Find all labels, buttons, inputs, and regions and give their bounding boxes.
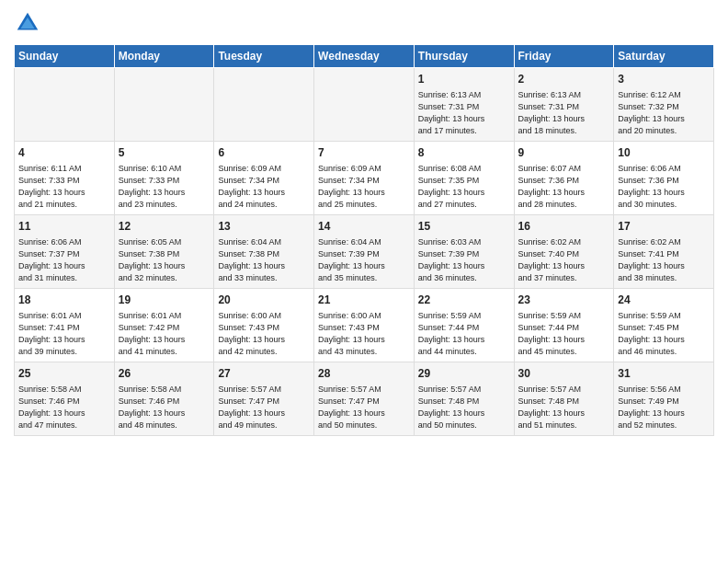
day-number: 9: [518, 145, 610, 161]
cell-info: Sunrise: 6:07 AM Sunset: 7:36 PM Dayligh…: [518, 163, 610, 211]
cell-info: Sunrise: 6:03 AM Sunset: 7:39 PM Dayligh…: [418, 236, 510, 284]
day-number: 10: [618, 145, 710, 161]
day-number: 22: [418, 293, 510, 308]
calendar-cell: [114, 68, 214, 142]
day-header-tuesday: Tuesday: [214, 45, 314, 68]
day-header-monday: Monday: [114, 45, 214, 68]
cell-info: Sunrise: 6:09 AM Sunset: 7:34 PM Dayligh…: [318, 163, 410, 211]
cell-info: Sunrise: 5:57 AM Sunset: 7:47 PM Dayligh…: [218, 384, 310, 431]
calendar-cell: 6Sunrise: 6:09 AM Sunset: 7:34 PM Daylig…: [214, 141, 314, 214]
calendar-cell: 1Sunrise: 6:13 AM Sunset: 7:31 PM Daylig…: [414, 68, 514, 142]
calendar-cell: 3Sunrise: 6:12 AM Sunset: 7:32 PM Daylig…: [614, 68, 714, 142]
cell-info: Sunrise: 5:59 AM Sunset: 7:45 PM Dayligh…: [618, 310, 710, 358]
week-row-5: 25Sunrise: 5:58 AM Sunset: 7:46 PM Dayli…: [15, 362, 714, 435]
calendar-cell: 16Sunrise: 6:02 AM Sunset: 7:40 PM Dayli…: [514, 214, 614, 288]
cell-info: Sunrise: 5:58 AM Sunset: 7:46 PM Dayligh…: [119, 384, 210, 431]
day-header-sunday: Sunday: [15, 45, 115, 68]
cell-info: Sunrise: 6:06 AM Sunset: 7:37 PM Dayligh…: [18, 236, 110, 284]
cell-info: Sunrise: 6:13 AM Sunset: 7:31 PM Dayligh…: [518, 89, 610, 137]
day-header-thursday: Thursday: [414, 45, 514, 68]
cell-info: Sunrise: 6:11 AM Sunset: 7:33 PM Dayligh…: [18, 163, 110, 211]
calendar-table: SundayMondayTuesdayWednesdayThursdayFrid…: [14, 44, 714, 436]
cell-info: Sunrise: 5:59 AM Sunset: 7:44 PM Dayligh…: [518, 310, 610, 358]
day-number: 27: [218, 366, 310, 382]
day-number: 29: [418, 366, 510, 382]
header-row: SundayMondayTuesdayWednesdayThursdayFrid…: [15, 45, 714, 68]
cell-info: Sunrise: 6:08 AM Sunset: 7:35 PM Dayligh…: [418, 163, 510, 211]
calendar-cell: 30Sunrise: 5:57 AM Sunset: 7:48 PM Dayli…: [514, 362, 614, 435]
day-number: 28: [318, 366, 410, 382]
day-number: 21: [318, 293, 410, 308]
cell-info: Sunrise: 5:57 AM Sunset: 7:48 PM Dayligh…: [418, 384, 510, 431]
calendar-cell: 23Sunrise: 5:59 AM Sunset: 7:44 PM Dayli…: [514, 288, 614, 362]
cell-info: Sunrise: 6:00 AM Sunset: 7:43 PM Dayligh…: [318, 310, 410, 358]
calendar-cell: [314, 68, 415, 142]
week-row-3: 11Sunrise: 6:06 AM Sunset: 7:37 PM Dayli…: [15, 214, 714, 288]
calendar-cell: [214, 68, 314, 142]
cell-info: Sunrise: 6:02 AM Sunset: 7:41 PM Dayligh…: [618, 236, 710, 284]
calendar-cell: 18Sunrise: 6:01 AM Sunset: 7:41 PM Dayli…: [15, 288, 115, 362]
cell-info: Sunrise: 6:04 AM Sunset: 7:38 PM Dayligh…: [218, 236, 310, 284]
calendar-cell: 9Sunrise: 6:07 AM Sunset: 7:36 PM Daylig…: [514, 141, 614, 214]
calendar-cell: 22Sunrise: 5:59 AM Sunset: 7:44 PM Dayli…: [414, 288, 514, 362]
calendar-cell: 2Sunrise: 6:13 AM Sunset: 7:31 PM Daylig…: [514, 68, 614, 142]
day-number: 14: [318, 219, 410, 235]
day-number: 3: [618, 72, 710, 87]
cell-info: Sunrise: 6:09 AM Sunset: 7:34 PM Dayligh…: [218, 163, 310, 211]
cell-info: Sunrise: 5:57 AM Sunset: 7:47 PM Dayligh…: [318, 384, 410, 431]
day-number: 5: [119, 145, 210, 161]
header: [14, 9, 714, 37]
cell-info: Sunrise: 5:59 AM Sunset: 7:44 PM Dayligh…: [418, 310, 510, 358]
day-header-friday: Friday: [514, 45, 614, 68]
day-number: 4: [18, 145, 110, 161]
day-number: 25: [18, 366, 110, 382]
calendar-cell: 13Sunrise: 6:04 AM Sunset: 7:38 PM Dayli…: [214, 214, 314, 288]
cell-info: Sunrise: 6:01 AM Sunset: 7:41 PM Dayligh…: [18, 310, 110, 358]
calendar-cell: 15Sunrise: 6:03 AM Sunset: 7:39 PM Dayli…: [414, 214, 514, 288]
logo: [14, 9, 45, 37]
cell-info: Sunrise: 6:04 AM Sunset: 7:39 PM Dayligh…: [318, 236, 410, 284]
cell-info: Sunrise: 6:00 AM Sunset: 7:43 PM Dayligh…: [218, 310, 310, 358]
day-number: 23: [518, 293, 610, 308]
day-number: 24: [618, 293, 710, 308]
calendar-cell: 20Sunrise: 6:00 AM Sunset: 7:43 PM Dayli…: [214, 288, 314, 362]
calendar-cell: 5Sunrise: 6:10 AM Sunset: 7:33 PM Daylig…: [114, 141, 214, 214]
calendar-cell: 24Sunrise: 5:59 AM Sunset: 7:45 PM Dayli…: [614, 288, 714, 362]
week-row-4: 18Sunrise: 6:01 AM Sunset: 7:41 PM Dayli…: [15, 288, 714, 362]
calendar-cell: 10Sunrise: 6:06 AM Sunset: 7:36 PM Dayli…: [614, 141, 714, 214]
day-number: 7: [318, 145, 410, 161]
day-header-wednesday: Wednesday: [314, 45, 415, 68]
day-number: 13: [218, 219, 310, 235]
day-number: 31: [618, 366, 710, 382]
calendar-cell: 8Sunrise: 6:08 AM Sunset: 7:35 PM Daylig…: [414, 141, 514, 214]
day-number: 16: [518, 219, 610, 235]
cell-info: Sunrise: 5:56 AM Sunset: 7:49 PM Dayligh…: [618, 384, 710, 431]
logo-icon: [14, 9, 41, 37]
cell-info: Sunrise: 5:57 AM Sunset: 7:48 PM Dayligh…: [518, 384, 610, 431]
day-number: 2: [518, 72, 610, 87]
day-number: 19: [119, 293, 210, 308]
cell-info: Sunrise: 6:12 AM Sunset: 7:32 PM Dayligh…: [618, 89, 710, 137]
cell-info: Sunrise: 5:58 AM Sunset: 7:46 PM Dayligh…: [18, 384, 110, 431]
calendar-cell: 4Sunrise: 6:11 AM Sunset: 7:33 PM Daylig…: [15, 141, 115, 214]
cell-info: Sunrise: 6:10 AM Sunset: 7:33 PM Dayligh…: [119, 163, 210, 211]
calendar-cell: 31Sunrise: 5:56 AM Sunset: 7:49 PM Dayli…: [614, 362, 714, 435]
day-number: 17: [618, 219, 710, 235]
calendar-cell: 27Sunrise: 5:57 AM Sunset: 7:47 PM Dayli…: [214, 362, 314, 435]
cell-info: Sunrise: 6:06 AM Sunset: 7:36 PM Dayligh…: [618, 163, 710, 211]
cell-info: Sunrise: 6:13 AM Sunset: 7:31 PM Dayligh…: [418, 89, 510, 137]
day-number: 12: [119, 219, 210, 235]
day-number: 30: [518, 366, 610, 382]
calendar-cell: 29Sunrise: 5:57 AM Sunset: 7:48 PM Dayli…: [414, 362, 514, 435]
calendar-cell: 17Sunrise: 6:02 AM Sunset: 7:41 PM Dayli…: [614, 214, 714, 288]
calendar-cell: 28Sunrise: 5:57 AM Sunset: 7:47 PM Dayli…: [314, 362, 415, 435]
calendar-cell: 25Sunrise: 5:58 AM Sunset: 7:46 PM Dayli…: [15, 362, 115, 435]
week-row-1: 1Sunrise: 6:13 AM Sunset: 7:31 PM Daylig…: [15, 68, 714, 142]
day-number: 20: [218, 293, 310, 308]
calendar-cell: 21Sunrise: 6:00 AM Sunset: 7:43 PM Dayli…: [314, 288, 415, 362]
calendar-cell: 7Sunrise: 6:09 AM Sunset: 7:34 PM Daylig…: [314, 141, 415, 214]
day-number: 11: [18, 219, 110, 235]
cell-info: Sunrise: 6:01 AM Sunset: 7:42 PM Dayligh…: [119, 310, 210, 358]
day-header-saturday: Saturday: [614, 45, 714, 68]
calendar-cell: 11Sunrise: 6:06 AM Sunset: 7:37 PM Dayli…: [15, 214, 115, 288]
